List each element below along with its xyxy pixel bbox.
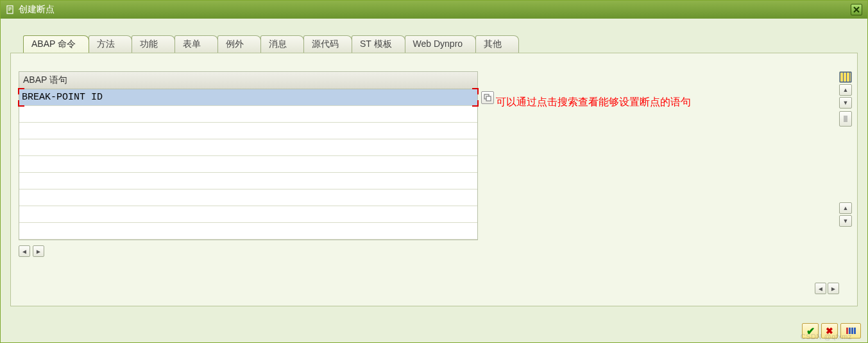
tab-label: 方法 <box>97 39 115 49</box>
tab-abap-command[interactable]: ABAP 命令 <box>23 35 89 53</box>
right-toolbar-lower: ▲ ▼ <box>839 202 853 227</box>
chevron-left-icon: ◄ <box>817 285 824 292</box>
table-row[interactable] <box>19 106 477 123</box>
tab-label: 源代码 <box>312 39 339 49</box>
tab-function[interactable]: 功能 <box>132 35 175 53</box>
tabstrip: ABAP 命令 方法 功能 表单 例外 消息 源代码 ST 模板 Web Dyn… <box>1 19 867 53</box>
dialog-window: 创建断点 ABAP 命令 方法 功能 表单 例外 消息 源代码 ST 模板 We… <box>0 0 868 343</box>
table-row[interactable] <box>19 156 477 173</box>
statement-table: ABAP 语句 <box>19 71 478 240</box>
table-row <box>19 89 477 106</box>
statement-input[interactable] <box>19 89 477 105</box>
chevron-down-icon: ▼ <box>843 100 849 106</box>
table-settings-button[interactable] <box>839 71 852 83</box>
tab-web-dynpro[interactable]: Web Dynpro <box>405 35 477 53</box>
tab-label: 消息 <box>269 39 287 49</box>
scroll-right-button[interactable]: ► <box>828 283 839 294</box>
chevron-left-icon: ◄ <box>21 248 28 255</box>
tab-label: Web Dynpro <box>413 39 463 49</box>
svg-rect-0 <box>7 6 13 13</box>
window-title: 创建断点 <box>19 4 55 15</box>
grid-icon <box>840 72 851 82</box>
tab-label: 例外 <box>226 39 244 49</box>
table-row[interactable] <box>19 206 477 223</box>
scroll-down-button[interactable]: ▼ <box>839 97 852 109</box>
tab-label: 表单 <box>183 39 201 49</box>
tab-message[interactable]: 消息 <box>260 35 304 53</box>
selection-bracket-icon <box>472 88 479 94</box>
chevron-up-icon: ▲ <box>843 87 849 93</box>
tab-st-template[interactable]: ST 模板 <box>352 35 405 53</box>
table-row[interactable] <box>19 123 477 139</box>
tab-method[interactable]: 方法 <box>89 35 132 53</box>
content-area: ABAP 语句 <box>10 53 858 306</box>
watermark-text: CSDN @qfxmz <box>801 333 852 340</box>
scroll-left-button[interactable]: ◄ <box>815 283 826 294</box>
scroll-up-button[interactable]: ▲ <box>839 84 852 96</box>
tab-label: 功能 <box>140 39 158 49</box>
chevron-right-icon: ► <box>35 248 42 255</box>
table-header: ABAP 语句 <box>19 72 477 89</box>
document-icon <box>6 5 15 14</box>
table-row[interactable] <box>19 189 477 206</box>
table-row[interactable] <box>19 139 477 156</box>
chevron-right-icon: ► <box>830 285 837 292</box>
tab-form[interactable]: 表单 <box>174 35 218 53</box>
table-row[interactable] <box>19 173 477 189</box>
tab-label: 其他 <box>484 39 502 49</box>
tab-source[interactable]: 源代码 <box>303 35 352 53</box>
right-toolbar: ▲ ▼ <box>839 71 853 127</box>
chevron-down-icon: ▼ <box>843 218 849 224</box>
selection-bracket-icon <box>18 88 24 94</box>
annotation-text: 可以通过点击搜索查看能够设置断点的语句 <box>496 96 691 109</box>
svg-rect-2 <box>486 96 491 101</box>
close-button[interactable] <box>851 4 862 15</box>
scroll-up-button[interactable]: ▲ <box>839 202 852 214</box>
tab-other[interactable]: 其他 <box>475 35 519 53</box>
scrollbar-thumb[interactable] <box>839 111 852 127</box>
search-help-button[interactable] <box>481 91 494 104</box>
tab-exception[interactable]: 例外 <box>217 35 261 53</box>
scroll-right-button[interactable]: ► <box>33 245 44 257</box>
scroll-down-button[interactable]: ▼ <box>839 215 852 227</box>
tab-label: ST 模板 <box>360 39 392 49</box>
tab-label: ABAP 命令 <box>31 39 76 49</box>
titlebar: 创建断点 <box>1 1 867 19</box>
chevron-up-icon: ▲ <box>843 205 849 211</box>
table-row[interactable] <box>19 223 477 240</box>
scroll-left-button[interactable]: ◄ <box>19 245 30 257</box>
content-hscroll: ◄ ► <box>815 283 839 294</box>
